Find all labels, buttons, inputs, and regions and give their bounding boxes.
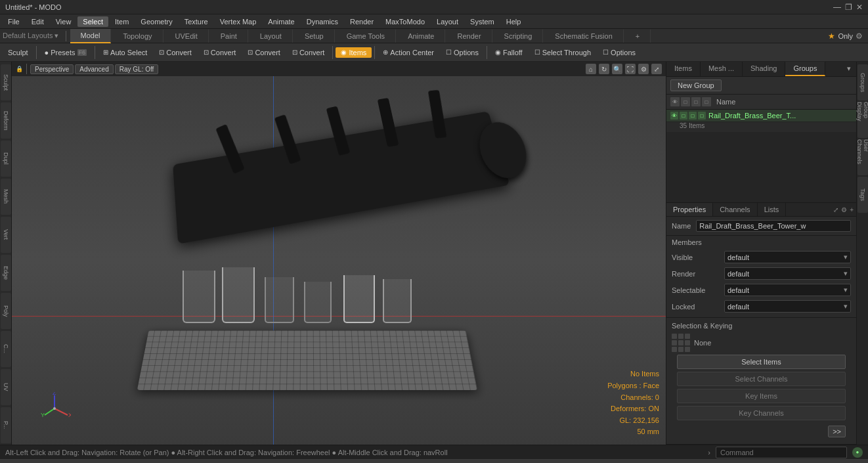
advanced-button[interactable]: Advanced bbox=[75, 64, 113, 74]
rp-tab-mesh[interactable]: Mesh ... bbox=[701, 62, 743, 76]
rp-tab-shading[interactable]: Shading bbox=[743, 62, 785, 76]
menu-texture[interactable]: Texture bbox=[179, 16, 213, 27]
sync-icon[interactable]: ↻ bbox=[599, 64, 609, 74]
sidebar-item-deform[interactable]: Deform bbox=[1, 102, 11, 139]
ctx-tab-paint[interactable]: Paint bbox=[210, 30, 248, 43]
ctx-tab-topology[interactable]: Topology bbox=[112, 30, 163, 43]
perspective-button[interactable]: Perspective bbox=[30, 64, 74, 74]
menu-view[interactable]: View bbox=[51, 16, 77, 27]
gri-3[interactable]: □ bbox=[698, 112, 706, 120]
ctx-tab-uvedit[interactable]: UVEdit bbox=[165, 30, 209, 43]
gli-eye[interactable]: 👁 bbox=[670, 97, 680, 106]
menu-item[interactable]: Item bbox=[110, 16, 134, 27]
menu-select[interactable]: Select bbox=[77, 16, 108, 27]
sidebar-tab-groups[interactable]: Groups bbox=[857, 64, 868, 100]
maximize-button[interactable]: ❐ bbox=[845, 3, 852, 12]
props-settings-icon[interactable]: ⚙ bbox=[841, 206, 847, 213]
sidebar-item-uv[interactable]: UV bbox=[1, 369, 11, 405]
locked-dropdown[interactable]: default ▾ bbox=[724, 300, 851, 313]
convert-button-1[interactable]: ⊡ Convert bbox=[154, 47, 197, 58]
sidebar-item-c[interactable]: C... bbox=[1, 331, 11, 367]
sidebar-tab-group-display[interactable]: Group Display bbox=[857, 102, 868, 138]
rp-tab-add[interactable]: ▾ bbox=[842, 62, 856, 76]
gri-2[interactable]: □ bbox=[689, 112, 697, 120]
ctx-tab-setup[interactable]: Setup bbox=[294, 30, 335, 43]
gli-1[interactable]: □ bbox=[681, 97, 690, 106]
ctx-tab-animate[interactable]: Animate bbox=[397, 30, 445, 43]
ctx-tab-layout[interactable]: Layout bbox=[250, 30, 293, 43]
menu-file[interactable]: File bbox=[3, 16, 25, 27]
visible-dropdown[interactable]: default ▾ bbox=[724, 251, 851, 263]
menu-animate[interactable]: Animate bbox=[263, 16, 299, 27]
close-button[interactable]: ✕ bbox=[856, 3, 863, 12]
presets-button[interactable]: ● Presets F6 bbox=[39, 47, 92, 58]
ctx-tab-scripting[interactable]: Scripting bbox=[494, 30, 544, 43]
gri-1[interactable]: □ bbox=[680, 112, 687, 120]
double-arrow-button[interactable]: >> bbox=[828, 426, 846, 437]
ctx-tab-add[interactable]: + bbox=[625, 30, 651, 43]
gli-3[interactable]: □ bbox=[702, 97, 711, 106]
sculpt-button[interactable]: Sculpt bbox=[3, 47, 33, 58]
ctx-tab-render[interactable]: Render bbox=[446, 30, 492, 43]
convert-button-4[interactable]: ⊡ Convert bbox=[287, 47, 330, 58]
props-add-icon[interactable]: + bbox=[850, 206, 854, 213]
menu-layout[interactable]: Layout bbox=[431, 16, 464, 27]
sidebar-item-edge[interactable]: Edge bbox=[1, 255, 11, 291]
menu-system[interactable]: System bbox=[465, 16, 500, 27]
selectable-dropdown[interactable]: default ▾ bbox=[724, 284, 851, 296]
ctx-tab-model[interactable]: Model bbox=[70, 29, 112, 43]
ray-off-button[interactable]: Ray GL: Off bbox=[115, 64, 159, 74]
props-tab-channels[interactable]: Channels bbox=[713, 203, 757, 216]
select-through-button[interactable]: ☐ Select Through bbox=[529, 47, 596, 58]
lock-icon[interactable]: 🔒 bbox=[16, 66, 23, 72]
group-list-item[interactable]: 👁 □ □ □ Rail_Draft_Brass_Beer_T... bbox=[666, 110, 856, 122]
falloff-button[interactable]: ◉ Falloff bbox=[490, 47, 528, 58]
ctx-tab-gametools[interactable]: Game Tools bbox=[336, 30, 397, 43]
menu-geometry[interactable]: Geometry bbox=[135, 16, 177, 27]
fullscreen-icon[interactable]: ⛶ bbox=[625, 64, 636, 74]
minimize-button[interactable]: — bbox=[833, 3, 841, 12]
menu-vertex-map[interactable]: Vertex Map bbox=[215, 16, 262, 27]
command-input[interactable] bbox=[716, 447, 847, 458]
gear-icon[interactable]: ⚙ bbox=[856, 32, 863, 41]
menu-render[interactable]: Render bbox=[345, 16, 379, 27]
sidebar-item-vertex[interactable]: Vert bbox=[1, 217, 11, 253]
layout-dropdown[interactable]: Default Layouts ▾ bbox=[3, 32, 59, 40]
menu-maxtomodo[interactable]: MaxToModo bbox=[380, 16, 430, 27]
menu-help[interactable]: Help bbox=[501, 16, 527, 27]
viewport[interactable]: 🔒 Perspective Advanced Ray GL: Off ⌂ ↻ 🔍… bbox=[12, 62, 666, 445]
maximize-view-icon[interactable]: ⤢ bbox=[651, 64, 662, 74]
items-button[interactable]: ◉ Items bbox=[336, 47, 372, 58]
convert-button-2[interactable]: ⊡ Convert bbox=[198, 47, 242, 58]
gli-2[interactable]: □ bbox=[691, 97, 701, 106]
menu-edit[interactable]: Edit bbox=[26, 16, 49, 27]
sidebar-tab-user-channels[interactable]: User Channels bbox=[857, 139, 868, 175]
only-label[interactable]: Only bbox=[838, 32, 853, 40]
sidebar-item-meshedit[interactable]: Mesh bbox=[1, 179, 11, 215]
ctx-tab-schematic[interactable]: Schematic Fusion bbox=[544, 30, 623, 43]
home-icon[interactable]: ⌂ bbox=[586, 64, 596, 74]
auto-select-button[interactable]: ⊞ Auto Select bbox=[98, 47, 152, 58]
sidebar-item-duplicate[interactable]: Dupl bbox=[1, 141, 11, 177]
sidebar-item-p[interactable]: P... bbox=[1, 407, 11, 443]
options-button-2[interactable]: ☐ Options bbox=[597, 47, 641, 58]
new-group-button[interactable]: New Group bbox=[670, 79, 722, 91]
props-tab-properties[interactable]: Properties bbox=[666, 203, 713, 216]
zoom-icon[interactable]: 🔍 bbox=[612, 64, 622, 74]
convert-button-3[interactable]: ⊡ Convert bbox=[242, 47, 286, 58]
name-input[interactable] bbox=[696, 220, 851, 232]
select-items-button[interactable]: Select Items bbox=[677, 355, 846, 369]
render-dropdown[interactable]: default ▾ bbox=[724, 267, 851, 280]
rp-tab-items[interactable]: Items bbox=[666, 62, 701, 76]
vp-settings-icon[interactable]: ⚙ bbox=[638, 64, 649, 74]
rp-tab-groups[interactable]: Groups bbox=[785, 62, 825, 76]
menu-dynamics[interactable]: Dynamics bbox=[301, 16, 343, 27]
props-expand-icon[interactable]: ⤢ bbox=[833, 206, 838, 213]
action-center-button[interactable]: ⊕ Action Center bbox=[378, 47, 439, 58]
gri-eye[interactable]: 👁 bbox=[670, 112, 678, 120]
sidebar-tab-tags[interactable]: Tags bbox=[857, 177, 868, 213]
sidebar-item-polygon[interactable]: Poly bbox=[1, 293, 11, 329]
sidebar-item-sculpt[interactable]: Sculpt bbox=[1, 64, 11, 100]
options-button-1[interactable]: ☐ Options bbox=[441, 47, 484, 58]
props-tab-lists[interactable]: Lists bbox=[758, 203, 787, 216]
